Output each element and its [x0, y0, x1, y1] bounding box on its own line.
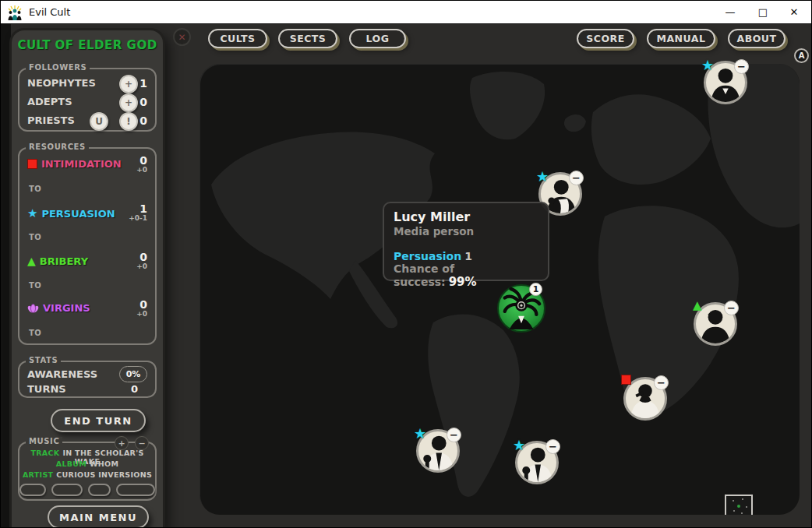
buy-adept-button[interactable]: + — [119, 93, 138, 112]
priests-row: PRIESTS U ! 0 — [19, 111, 155, 130]
close-button[interactable]: ✕ — [778, 1, 810, 23]
sidebar: CULT OF ELDER GOD FOLLOWERS NEOPHYTES + … — [12, 30, 163, 528]
main-menu-button[interactable]: MAIN MENU — [48, 505, 149, 528]
persuasion-row: ★ PERSUASION — [27, 206, 115, 220]
violet-lotus-icon — [27, 302, 39, 314]
person-token-southwest-1[interactable]: ★ − — [416, 429, 460, 473]
neophytes-row: NEOPHYTES + 1 — [19, 74, 155, 93]
cult-home-token[interactable]: 1 — [497, 284, 545, 333]
bribery-value: 0 — [136, 252, 147, 262]
album-label: ALBUM — [56, 459, 86, 468]
tooltip-person-name: Lucy Miller — [394, 209, 538, 224]
priests-label: PRIESTS — [27, 114, 75, 126]
to-label-1: TO — [29, 185, 41, 193]
music-panel: MUSIC + − TRACKIN THE SCHOLAR'S WAKE ALB… — [18, 442, 157, 501]
virgins-row: VIRGINS — [27, 302, 90, 314]
virgins-values: 0 +0 — [136, 299, 147, 318]
cyan-star-icon: ★ — [27, 206, 37, 220]
persuasion-delta: +0-1 — [129, 214, 147, 222]
remove-person-button[interactable]: − — [654, 375, 669, 390]
person-token-top-right[interactable]: ★ − — [704, 61, 747, 104]
tooltip-skill-line: Persuasion1 — [394, 250, 538, 262]
person-token-east[interactable]: ▲ − — [694, 302, 737, 346]
intimidation-value: 0 — [136, 155, 147, 166]
bribery-label: BRIBERY — [40, 255, 88, 267]
remove-person-button[interactable]: − — [447, 428, 461, 442]
log-button[interactable]: LOG — [349, 29, 406, 48]
persuasion-value: 1 — [129, 203, 147, 214]
to-label-3: TO — [29, 281, 41, 290]
music-control-button-3[interactable] — [88, 484, 111, 496]
album-value: WHOM — [90, 459, 118, 468]
persuasion-star-icon: ★ — [513, 437, 525, 453]
remove-person-button[interactable]: − — [734, 59, 749, 74]
turns-label: TURNS — [27, 383, 66, 395]
buy-neophyte-button[interactable]: + — [119, 75, 138, 93]
tooltip-chance-label: Chance of success: — [394, 262, 454, 288]
adepts-label: ADEPTS — [27, 96, 72, 107]
remove-person-button[interactable]: − — [724, 301, 739, 315]
turns-value: 0 — [131, 383, 138, 395]
remove-person-button[interactable]: − — [545, 439, 560, 454]
persuasion-values: 1 +0-1 — [129, 203, 147, 222]
virgins-value: 0 — [136, 299, 147, 310]
manual-button[interactable]: MANUAL — [647, 29, 715, 48]
intimidation-square-icon — [621, 375, 631, 385]
persuasion-star-icon: ★ — [536, 168, 549, 185]
green-triangle-icon: ▲ — [27, 255, 36, 267]
game-content: ✕ CULTS SECTS LOG SCORE MANUAL ABOUT A ★… — [1, 24, 812, 528]
priest-alert-button[interactable]: ! — [119, 112, 138, 131]
red-square-icon — [27, 159, 37, 169]
person-token-southwest-2[interactable]: ★ − — [515, 441, 559, 484]
maximize-button[interactable]: □ — [747, 1, 778, 23]
person-tooltip: Lucy Miller Media person Persuasion1 Cha… — [383, 202, 549, 281]
panel-close-icon[interactable]: ✕ — [173, 28, 191, 46]
intimidation-row: INTIMIDATION — [27, 158, 122, 170]
minimap[interactable] — [725, 495, 753, 515]
album-line: ALBUMWHOM — [19, 459, 155, 468]
to-label-2: TO — [29, 233, 41, 241]
music-controls — [19, 484, 155, 496]
score-button[interactable]: SCORE — [577, 29, 634, 48]
bribery-values: 0 +0 — [136, 252, 147, 270]
music-control-button-1[interactable] — [19, 484, 46, 496]
cults-button[interactable]: CULTS — [208, 29, 267, 48]
awareness-badge-icon[interactable]: A — [794, 48, 809, 63]
tooltip-person-role: Media person — [394, 225, 538, 238]
artist-line: ARTISTCURIOUS INVERSIONS — [19, 470, 155, 479]
tooltip-skill-value: 1 — [464, 250, 472, 262]
bribery-delta: +0 — [136, 262, 147, 270]
persuasion-star-icon: ★ — [701, 57, 714, 73]
resources-panel: RESOURCES INTIMIDATION 0 +0 TO ★ PERSUAS… — [18, 147, 157, 345]
neophytes-label: NEOPHYTES — [27, 77, 96, 89]
cult-name-title: CULT OF ELDER GOD — [12, 38, 163, 52]
minimize-button[interactable]: — — [715, 1, 746, 23]
adepts-row: ADEPTS + 0 — [19, 93, 155, 111]
game-window: Evil Cult — □ ✕ — [0, 0, 812, 528]
music-control-button-4[interactable] — [116, 484, 155, 496]
track-label: TRACK — [30, 449, 59, 457]
about-button[interactable]: ABOUT — [728, 29, 786, 48]
music-control-button-2[interactable] — [51, 484, 83, 496]
virgins-label: VIRGINS — [43, 302, 90, 314]
bribery-row: ▲ BRIBERY — [27, 255, 88, 267]
end-turn-button[interactable]: END TURN — [51, 409, 146, 432]
remove-person-button[interactable]: − — [569, 171, 584, 185]
person-token-south[interactable]: − — [623, 377, 667, 421]
awareness-value: 0% — [119, 366, 147, 382]
sects-button[interactable]: SECTS — [278, 29, 337, 48]
window-title: Evil Cult — [29, 6, 70, 18]
upgrade-priest-button[interactable]: U — [90, 112, 108, 131]
artist-value: CURIOUS INVERSIONS — [56, 470, 152, 479]
left-edge — [1, 24, 11, 528]
resources-legend: RESOURCES — [26, 143, 89, 151]
tooltip-skill-name: Persuasion — [394, 250, 461, 262]
virgins-delta: +0 — [136, 310, 147, 318]
title-bar: Evil Cult — □ ✕ — [1, 1, 811, 24]
tooltip-chance-value: 99% — [449, 275, 477, 289]
neophytes-count: 1 — [139, 77, 147, 90]
intimidation-values: 0 +0 — [136, 155, 147, 174]
artist-label: ARTIST — [23, 470, 53, 479]
app-icon — [7, 5, 23, 20]
followers-legend: FOLLOWERS — [26, 63, 90, 72]
